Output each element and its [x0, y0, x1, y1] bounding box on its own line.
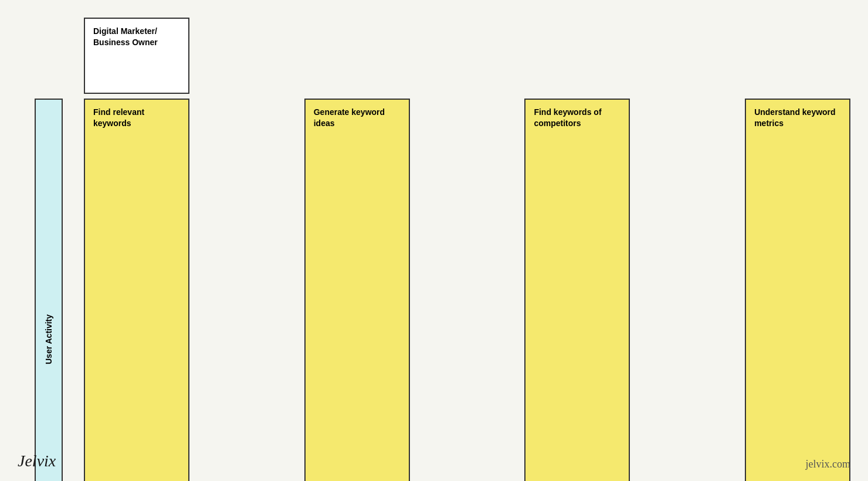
ua-card-1: Find relevant keywords: [84, 99, 189, 481]
footer-url: jelvix.com: [806, 458, 850, 470]
footer-logo: Jelvix: [18, 452, 56, 470]
empty-r1-c8: [745, 18, 850, 94]
ua-card-3: Generate keyword ideas: [304, 99, 410, 481]
empty-r1-c4: [304, 18, 410, 94]
main-container: Digital Marketer/ Business Owner User Ac…: [0, 0, 868, 481]
empty-r1-c5: [415, 18, 520, 94]
ua-empty-6: [635, 99, 740, 481]
persona-label: Digital Marketer/ Business Owner: [93, 26, 180, 48]
ua-card-5: Find keywords of competitors: [524, 99, 630, 481]
empty-r1-c7: [635, 18, 740, 94]
ua-empty-4: [415, 99, 520, 481]
empty-r1-c3: [194, 18, 300, 94]
user-activity-label-cell: User Activity: [18, 99, 79, 481]
footer: Jelvix jelvix.com: [18, 452, 850, 470]
user-activity-label: User Activity: [35, 99, 63, 481]
ua-card-7: Understand keyword metrics: [745, 99, 850, 481]
empty-top-left: [18, 18, 79, 94]
empty-r1-c6: [524, 18, 630, 94]
grid-layout: Digital Marketer/ Business Owner User Ac…: [18, 18, 850, 481]
persona-card: Digital Marketer/ Business Owner: [84, 18, 189, 94]
ua-empty-2: [194, 99, 300, 481]
